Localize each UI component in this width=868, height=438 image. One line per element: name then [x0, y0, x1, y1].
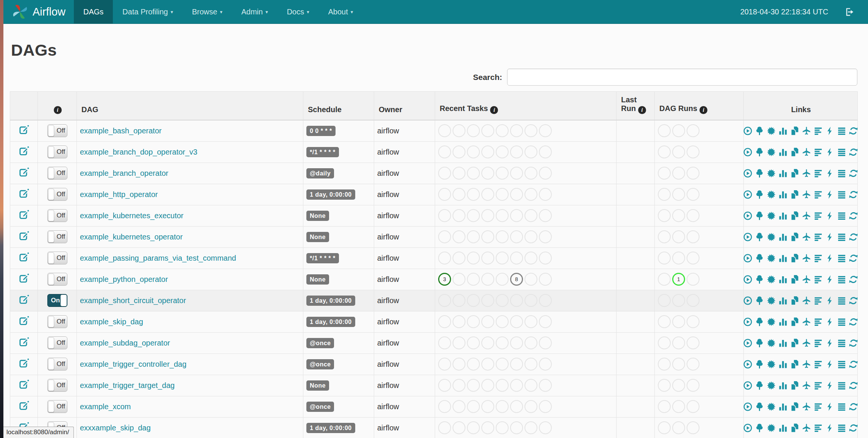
dag-pause-toggle[interactable]: Off: [47, 315, 67, 328]
dag-runs-circle[interactable]: 1: [672, 273, 685, 286]
task-tries-icon[interactable]: [790, 126, 799, 136]
code-view-icon[interactable]: [825, 126, 835, 136]
tree-view-icon[interactable]: [755, 147, 764, 157]
tree-view-icon[interactable]: [755, 423, 764, 433]
edit-dag-button[interactable]: [19, 379, 29, 390]
trigger-dag-icon[interactable]: [743, 381, 752, 390]
dag-link[interactable]: example_http_operator: [80, 190, 158, 199]
trigger-dag-icon[interactable]: [743, 126, 752, 136]
code-view-icon[interactable]: [825, 147, 835, 157]
refresh-icon[interactable]: [849, 423, 858, 433]
task-duration-icon[interactable]: [778, 381, 788, 390]
dag-link[interactable]: exxxample_skip_dag: [80, 424, 151, 432]
code-view-icon[interactable]: [825, 402, 835, 411]
task-duration-icon[interactable]: [778, 423, 788, 433]
dag-link[interactable]: example_trigger_controller_dag: [80, 360, 186, 368]
graph-view-icon[interactable]: [767, 190, 776, 199]
dag-pause-toggle[interactable]: Off: [47, 209, 67, 222]
refresh-icon[interactable]: [849, 360, 858, 369]
graph-view-icon[interactable]: [767, 211, 776, 221]
nav-item-browse[interactable]: Browse▾: [183, 0, 232, 23]
task-tries-icon[interactable]: [790, 147, 799, 157]
logs-icon[interactable]: [837, 296, 846, 305]
logs-icon[interactable]: [837, 253, 846, 263]
dag-link[interactable]: example_subdag_operator: [80, 339, 170, 347]
logs-icon[interactable]: [837, 423, 846, 433]
dag-link[interactable]: example_python_operator: [80, 275, 168, 283]
code-view-icon[interactable]: [825, 360, 835, 369]
trigger-dag-icon[interactable]: [743, 190, 752, 199]
refresh-icon[interactable]: [849, 338, 858, 348]
refresh-icon[interactable]: [849, 402, 858, 411]
edit-dag-button[interactable]: [19, 125, 29, 135]
task-tries-icon[interactable]: [790, 211, 799, 221]
gantt-icon[interactable]: [813, 338, 823, 348]
landing-times-icon[interactable]: [802, 147, 811, 157]
tree-view-icon[interactable]: [755, 253, 764, 263]
task-tries-icon[interactable]: [790, 402, 799, 411]
dag-link[interactable]: example_kubernetes_executor: [80, 211, 184, 220]
dag-pause-toggle[interactable]: Off: [47, 230, 67, 243]
edit-dag-button[interactable]: [19, 146, 29, 156]
dag-link[interactable]: example_short_circuit_operator: [80, 296, 186, 305]
gantt-icon[interactable]: [813, 169, 823, 178]
logs-icon[interactable]: [837, 360, 846, 369]
recent-tasks-circle[interactable]: 3: [438, 273, 451, 286]
task-tries-icon[interactable]: [790, 317, 799, 327]
dag-pause-toggle[interactable]: Off: [47, 379, 67, 392]
task-duration-icon[interactable]: [778, 211, 788, 221]
trigger-dag-icon[interactable]: [743, 232, 752, 242]
landing-times-icon[interactable]: [802, 211, 811, 221]
logs-icon[interactable]: [837, 381, 846, 390]
tree-view-icon[interactable]: [755, 126, 764, 136]
task-tries-icon[interactable]: [790, 169, 799, 178]
task-tries-icon[interactable]: [790, 423, 799, 433]
tree-view-icon[interactable]: [755, 190, 764, 199]
nav-item-data-profiling[interactable]: Data Profiling▾: [113, 0, 183, 23]
dag-pause-toggle[interactable]: Off: [47, 400, 67, 413]
tree-view-icon[interactable]: [755, 338, 764, 348]
landing-times-icon[interactable]: [802, 275, 811, 284]
gantt-icon[interactable]: [813, 381, 823, 390]
dag-link[interactable]: example_skip_dag: [80, 318, 143, 326]
task-tries-icon[interactable]: [790, 381, 799, 390]
landing-times-icon[interactable]: [802, 360, 811, 369]
edit-dag-button[interactable]: [19, 188, 29, 199]
logs-icon[interactable]: [837, 402, 846, 411]
landing-times-icon[interactable]: [802, 232, 811, 242]
dag-pause-toggle[interactable]: Off: [47, 273, 67, 286]
nav-item-about[interactable]: About▾: [319, 0, 363, 23]
logs-icon[interactable]: [837, 169, 846, 178]
recent-tasks-circle[interactable]: 8: [510, 273, 523, 286]
refresh-icon[interactable]: [849, 381, 858, 390]
edit-dag-button[interactable]: [19, 294, 29, 305]
landing-times-icon[interactable]: [802, 126, 811, 136]
gantt-icon[interactable]: [813, 147, 823, 157]
graph-view-icon[interactable]: [767, 232, 776, 242]
task-tries-icon[interactable]: [790, 253, 799, 263]
trigger-dag-icon[interactable]: [743, 317, 752, 327]
dag-link[interactable]: example_branch_operator: [80, 169, 169, 177]
graph-view-icon[interactable]: [767, 296, 776, 305]
trigger-dag-icon[interactable]: [743, 360, 752, 369]
dag-pause-toggle[interactable]: Off: [47, 252, 67, 264]
refresh-icon[interactable]: [849, 253, 858, 263]
refresh-icon[interactable]: [849, 211, 858, 221]
trigger-dag-icon[interactable]: [743, 211, 752, 221]
graph-view-icon[interactable]: [767, 381, 776, 390]
dag-pause-toggle[interactable]: Off: [47, 145, 67, 158]
task-duration-icon[interactable]: [778, 253, 788, 263]
logs-icon[interactable]: [837, 190, 846, 199]
task-tries-icon[interactable]: [790, 296, 799, 305]
trigger-dag-icon[interactable]: [743, 253, 752, 263]
code-view-icon[interactable]: [825, 232, 835, 242]
task-duration-icon[interactable]: [778, 338, 788, 348]
trigger-dag-icon[interactable]: [743, 423, 752, 433]
landing-times-icon[interactable]: [802, 296, 811, 305]
code-view-icon[interactable]: [825, 190, 835, 199]
logs-icon[interactable]: [837, 147, 846, 157]
task-duration-icon[interactable]: [778, 360, 788, 369]
edit-dag-button[interactable]: [19, 252, 29, 262]
edit-dag-button[interactable]: [19, 167, 29, 177]
logs-icon[interactable]: [837, 317, 846, 327]
